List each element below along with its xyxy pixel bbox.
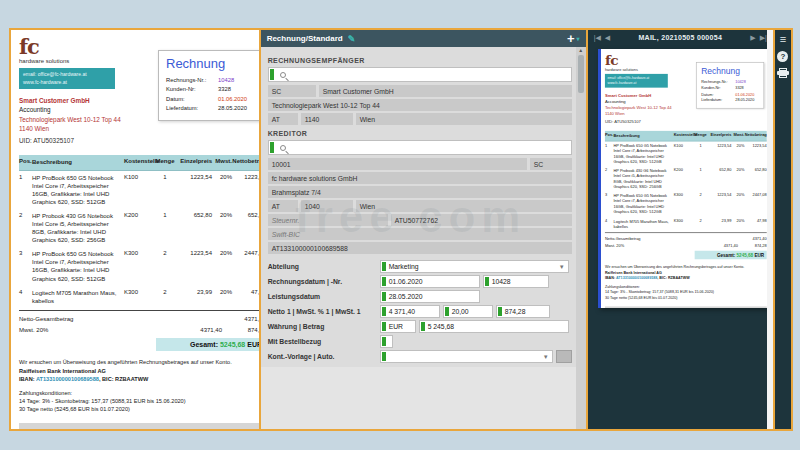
col-qty: Menge [154, 158, 176, 166]
document-thumbnail[interactable]: fc hardware solutions email: office@fc-h… [598, 49, 771, 308]
item-row: 2 HP Probook 430 G6 Notebook Intel Core … [19, 209, 261, 247]
invoice-header-box: Rechnung Rechnungs-Nr.:10428 Kunden-Nr:3… [696, 62, 764, 109]
recipient-uid: UID: ATU50325107 [19, 136, 261, 145]
scrollbar-thumb[interactable] [578, 55, 584, 93]
next-page-edge[interactable] [767, 30, 773, 429]
last-page-icon[interactable]: ▶| [760, 34, 767, 42]
payment-block: Wir ersuchen um Überweisung des angeführ… [19, 358, 261, 413]
items-table-header: Pos. Beschreibung Kostenstelle Menge Ein… [605, 131, 767, 141]
empfaenger-city-field: Wien [356, 113, 572, 125]
empfaenger-code-field: SC [268, 85, 316, 97]
menu-icon[interactable]: ≡ [780, 34, 786, 45]
betrag-input[interactable]: 5 245,68 [419, 320, 569, 333]
bic-value: RZBAATWW [115, 376, 148, 382]
form-scrollbar[interactable]: ▲ [576, 47, 586, 429]
grand-total-value: 5245,68 [736, 253, 753, 258]
next-page-icon[interactable]: ▶ [750, 34, 755, 42]
abteilung-select[interactable]: Marketing ▼ [380, 260, 569, 273]
steuernr-placeholder-field: Steuernr. [268, 214, 388, 226]
mwst-input[interactable]: 874,28 [496, 305, 550, 318]
vat-label: Mwst. 20% [605, 242, 699, 249]
condition-line: 30 Tage netto (5245,68 EUR bis 01.07.202… [605, 295, 767, 300]
kreditor-number-field: 10001 [268, 158, 527, 170]
bic-value: RZBAATWW [668, 276, 690, 280]
kontvorlage-label: Kont.-Vorlage | Auto. [268, 353, 380, 360]
form-panel: Rechnung/Standard ✎ + ▾ RECHNUNGSEMPFÄNG… [261, 30, 586, 429]
empfaenger-street-field: Technologiepark West 10-12 Top 44 [268, 99, 572, 111]
col-qty: Menge [693, 133, 707, 138]
form-header-bar: Rechnung/Standard ✎ + ▾ [261, 30, 586, 47]
iban-label: IBAN: [605, 276, 616, 280]
kreditor-city-field: Wien [356, 200, 572, 212]
rechnungsnr-input[interactable]: 10428 [483, 275, 549, 288]
vat-label: Mwst. 20% [19, 325, 162, 336]
kreditor-code-field: SC [530, 158, 572, 170]
leistungsdatum-label: Leistungsdatum [268, 293, 380, 300]
customer-nr-label: Kunden-Nr: [166, 85, 218, 94]
iban-value: AT133100000100689588 [616, 276, 657, 280]
recipient-city: 1140 Wien [605, 110, 767, 116]
add-button[interactable]: + [567, 32, 575, 45]
iban-field: AT133100000100689588 [268, 242, 572, 254]
invoice-header-box: Rechnung Rechnungs-Nr.:10428 Kunden-Nr:3… [158, 50, 261, 121]
mwst-prozent-input[interactable]: 20,00 [443, 305, 493, 318]
prev-page-icon[interactable]: ◀ [605, 34, 610, 42]
contact-web: www.fc-hardware.at [607, 81, 665, 86]
rechnungsdatum-label: Rechnungsdatum | -Nr. [268, 278, 380, 285]
form-title: Rechnung/Standard [267, 34, 343, 43]
kreditor-search-input[interactable] [268, 140, 572, 155]
kontvorlage-button[interactable] [556, 350, 572, 363]
delivery-date-value: 28.05.2020 [218, 104, 247, 113]
vat-base: 4371,40 [162, 325, 222, 336]
bank-name: Raiffeisen Bank International AG [19, 367, 261, 375]
vat-value: 874,28 [222, 325, 261, 336]
grand-total-currency: EUR [754, 253, 764, 258]
conditions-title: Zahlungskonditionen: [19, 389, 261, 397]
waehrung-input[interactable]: EUR [380, 320, 416, 333]
bestellbezug-checkbox[interactable] [380, 335, 393, 348]
chevron-down-icon[interactable]: ▾ [577, 35, 580, 42]
invoice-title: Rechnung [166, 56, 254, 71]
col-desc: Beschreibung [613, 133, 673, 138]
col-net: Nettobetrag [744, 133, 766, 138]
document-viewer-panel: fc hardware solutions email: office@fc-h… [11, 30, 261, 429]
bic-label: , BIC: [657, 276, 668, 280]
abteilung-label: Abteilung [268, 263, 380, 270]
item-row: 4 Logitech M705 Marathon Maus, kabellos … [19, 286, 261, 308]
grand-total-value: 5245,68 [220, 341, 245, 348]
netto-total-value: 4371,40 [222, 314, 261, 325]
steuernr-value-field: ATU50772762 [391, 214, 572, 226]
invoice-document: fc hardware solutions email: office@fc-h… [19, 36, 261, 428]
section-empfaenger-title: RECHNUNGSEMPFÄNGER [268, 57, 572, 64]
empfaenger-search-input[interactable] [268, 67, 572, 82]
print-icon[interactable] [777, 68, 789, 78]
col-vat: Mwst. [731, 133, 744, 138]
grand-total-label: Gesamt: [717, 253, 735, 258]
netto-input[interactable]: 4 371,40 [380, 305, 440, 318]
contact-box: email: office@fc-hardware.at www.fc-hard… [19, 68, 115, 89]
item-row: 1 HP ProBook 650 G5 Notebook Intel Core … [605, 141, 767, 166]
col-net: Nettobetrag [232, 158, 261, 166]
contact-box: email: office@fc-hardware.at www.fc-hard… [605, 74, 668, 88]
netto-total-label: Netto-Gesamtbetrag [605, 235, 699, 242]
scroll-up-icon[interactable]: ▲ [578, 47, 583, 53]
kontvorlage-select[interactable]: ▼ [380, 350, 553, 363]
invoice-date-value: 01.06.2020 [218, 95, 247, 104]
grand-total-bar: Gesamt: 5245,68 EUR [694, 251, 766, 260]
first-page-icon[interactable]: |◀ [594, 34, 601, 42]
help-icon[interactable]: ? [777, 51, 788, 62]
empfaenger-zip-field: 1140 [301, 113, 353, 125]
invoice-date-label: Datum: [166, 95, 218, 104]
col-pos: Pos. [605, 133, 614, 138]
edit-icon[interactable]: ✎ [348, 34, 356, 44]
netto-total-value: 4371,40 [738, 235, 767, 242]
rechnungsdatum-input[interactable]: 01.06.2020 [380, 275, 480, 288]
col-vat: Mwst. [212, 158, 232, 166]
grand-total-bar: Gesamt: 5245,68 EUR [156, 338, 261, 351]
leistungsdatum-input[interactable]: 28.05.2020 [380, 290, 480, 303]
recipient-city: 1140 Wien [19, 124, 261, 133]
app-window: fc hardware solutions email: office@fc-h… [9, 28, 793, 431]
invoice-title: Rechnung [701, 66, 759, 76]
delivery-date-label: Lieferdatum: [701, 97, 735, 103]
search-icon [280, 145, 286, 151]
